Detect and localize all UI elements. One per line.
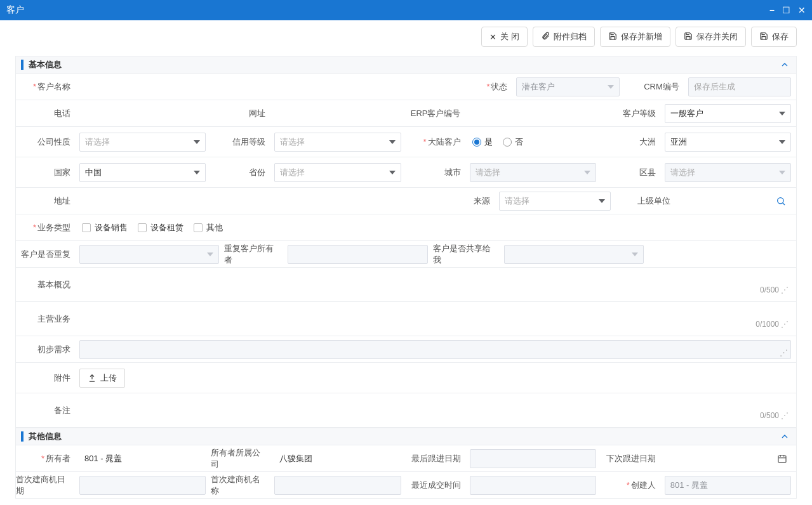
business-type-sale[interactable]: 设备销售 <box>82 222 128 233</box>
city-select[interactable]: 请选择 <box>470 163 596 182</box>
label-erp-no: ERP客户编号 <box>406 100 467 127</box>
level-select[interactable]: 一般客户 <box>665 104 791 123</box>
main-business-textarea[interactable]: 0/1000⋰ <box>79 307 791 331</box>
caret-down-icon <box>207 253 213 256</box>
caret-down-icon <box>389 140 396 144</box>
label-next-follow: 下次跟进日期 <box>601 445 662 472</box>
customer-name-input[interactable] <box>79 77 448 96</box>
label-company-nature: 公司性质 <box>16 127 77 157</box>
remark-textarea[interactable]: 0/500⋰ <box>79 398 791 423</box>
caret-down-icon <box>608 85 614 89</box>
close-icon[interactable]: ✕ <box>798 5 806 15</box>
label-profile: 基本概况 <box>16 268 77 302</box>
close-button[interactable]: ✕ 关 闭 <box>481 27 528 47</box>
parent-unit-input[interactable] <box>679 192 791 211</box>
owner-company-input[interactable]: 八骏集团 <box>274 449 401 468</box>
section-bar <box>21 431 23 442</box>
erp-no-input[interactable] <box>470 104 596 123</box>
profile-textarea[interactable]: 0/500⋰ <box>79 273 791 297</box>
resize-icon[interactable]: ⋰ <box>781 320 789 329</box>
shared-to-me-select[interactable] <box>504 245 644 264</box>
label-attachment: 附件 <box>16 363 77 393</box>
label-remark: 备注 <box>16 393 77 428</box>
source-select[interactable]: 请选择 <box>499 192 611 211</box>
maximize-icon[interactable]: ☐ <box>782 5 790 15</box>
save-icon <box>608 32 617 43</box>
toolbar: ✕ 关 闭 附件归档 保存并新增 保存并关闭 保存 <box>0 20 812 56</box>
section-other-header: 其他信息 <box>15 428 797 445</box>
profile-counter: 0/500 <box>760 285 779 294</box>
label-website: 网址 <box>211 100 272 127</box>
basic-grid: 客户名称 状态 潜在客户 CRM编号 保存后生成 电话 网址 ERP客户编号 客… <box>15 74 797 428</box>
last-deal-time-input <box>470 476 596 495</box>
label-continent: 大洲 <box>601 127 662 157</box>
label-owner: 所有者 <box>16 445 77 472</box>
chevron-up-icon[interactable] <box>780 431 790 442</box>
label-shared-to-me: 客户是否共享给我 <box>433 241 502 268</box>
window-title: 客户 <box>6 4 24 16</box>
svg-rect-2 <box>778 456 786 462</box>
country-select[interactable]: 中国 <box>79 163 206 182</box>
search-icon[interactable] <box>776 196 786 206</box>
caret-down-icon <box>194 171 200 174</box>
upload-icon <box>88 374 97 383</box>
upload-button[interactable]: 上传 <box>79 369 125 388</box>
caret-down-icon <box>584 171 590 174</box>
credit-level-select[interactable]: 请选择 <box>274 133 401 152</box>
last-follow-input <box>470 449 596 468</box>
save-close-button[interactable]: 保存并关闭 <box>676 27 746 47</box>
label-is-duplicate: 客户是否重复 <box>16 241 77 268</box>
caret-down-icon <box>194 140 200 144</box>
archive-button[interactable]: 附件归档 <box>533 27 595 47</box>
label-creator: 创建人 <box>601 472 662 499</box>
label-status: 状态 <box>453 74 514 100</box>
owner-input[interactable]: 801 - 晁盖 <box>79 449 206 468</box>
x-icon: ✕ <box>489 32 496 42</box>
caret-down-icon <box>599 199 605 203</box>
label-city: 城市 <box>406 157 467 188</box>
svg-point-0 <box>778 197 783 203</box>
section-bar <box>21 60 23 70</box>
label-phone: 电话 <box>16 100 77 127</box>
radio-icon <box>503 138 512 147</box>
website-input[interactable] <box>274 104 401 123</box>
province-select[interactable]: 请选择 <box>274 163 401 182</box>
save-new-button[interactable]: 保存并新增 <box>600 27 670 47</box>
continent-select[interactable]: 亚洲 <box>665 133 791 152</box>
mainland-no-radio[interactable]: 否 <box>503 136 523 148</box>
label-customer-name: 客户名称 <box>16 74 77 100</box>
section-basic-header: 基本信息 <box>15 56 797 74</box>
checkbox-icon <box>194 223 203 232</box>
business-type-rent[interactable]: 设备租赁 <box>138 222 183 233</box>
save-icon <box>759 32 768 43</box>
mainland-yes-radio[interactable]: 是 <box>472 136 493 148</box>
chevron-up-icon[interactable] <box>780 60 790 70</box>
label-credit-level: 信用等级 <box>211 127 272 157</box>
crm-no-input: 保存后生成 <box>688 77 791 96</box>
next-follow-input[interactable] <box>665 449 791 468</box>
resize-icon[interactable]: ⋰ <box>781 285 789 294</box>
status-select[interactable]: 潜在客户 <box>516 77 619 96</box>
phone-input[interactable] <box>79 104 206 123</box>
svg-line-1 <box>783 202 785 204</box>
is-duplicate-select[interactable] <box>79 245 219 264</box>
resize-icon[interactable]: ⋰ <box>780 348 788 357</box>
business-type-other[interactable]: 其他 <box>194 222 223 233</box>
resize-icon[interactable]: ⋰ <box>781 411 789 420</box>
save-button[interactable]: 保存 <box>751 27 797 47</box>
main-business-counter: 0/1000 <box>755 320 779 329</box>
label-parent-unit: 上级单位 <box>616 188 677 214</box>
save-icon <box>684 32 693 43</box>
label-initial-demand: 初步需求 <box>16 336 77 363</box>
calendar-icon[interactable] <box>777 454 787 464</box>
window-controls: − ☐ ✕ <box>769 5 806 15</box>
other-grid: 所有者 801 - 晁盖 所有者所属公司 八骏集团 最后跟进日期 下次跟进日期 … <box>15 445 797 499</box>
label-address: 地址 <box>16 188 77 214</box>
district-select[interactable]: 请选择 <box>665 163 791 182</box>
minimize-icon[interactable]: − <box>769 5 775 15</box>
label-crm-no: CRM编号 <box>625 74 686 100</box>
address-input[interactable] <box>79 192 430 211</box>
company-nature-select[interactable]: 请选择 <box>79 133 206 152</box>
label-duplicate-owner: 重复客户所有者 <box>224 241 285 268</box>
business-type-checkbox-group: 设备销售 设备租赁 其他 <box>79 218 223 237</box>
